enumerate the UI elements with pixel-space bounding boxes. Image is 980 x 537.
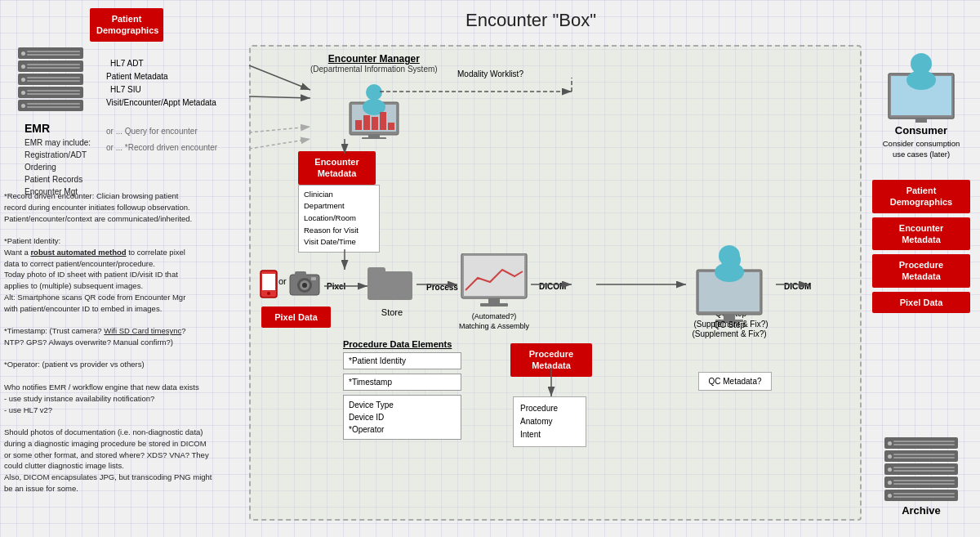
svg-rect-15 — [295, 271, 306, 278]
or-record-label: or ... *Record driven encounter — [106, 143, 217, 152]
proc-data-item-1: *Patient Identity — [343, 352, 461, 369]
dicom-label-1: DICOM — [539, 282, 566, 291]
svg-point-18 — [302, 283, 307, 288]
proc-data-title: Procedure Data Elements — [343, 339, 461, 349]
encounter-manager-icon — [345, 78, 403, 139]
monitor-icon-area: (Automated?)Matching & Assembly — [457, 253, 531, 331]
right-encounter-meta: EncounterMetadata — [872, 217, 970, 251]
procedure-metadata-redbox: ProcedureMetadata — [510, 343, 592, 377]
hl7-adt-label: HL7 ADT — [110, 59, 144, 68]
procedure-anatomy-line3: Intent — [520, 430, 541, 439]
svg-point-13 — [267, 292, 270, 295]
patient-demographics-topleft: PatientDemographics — [90, 8, 163, 42]
svg-rect-12 — [262, 274, 275, 290]
svg-rect-8 — [372, 117, 378, 130]
pixel-data-box: Pixel Data — [261, 307, 331, 328]
folder-store-icon: Store — [368, 263, 416, 317]
patient-demo-topleft-box: PatientDemographics — [90, 8, 163, 42]
pixel-data-redbox: Pixel Data — [261, 307, 331, 328]
procedure-anatomy-line2: Anatomy — [520, 417, 552, 426]
svg-point-34 — [715, 262, 744, 282]
svg-rect-9 — [380, 112, 386, 130]
consumer-label: Consumer — [872, 124, 970, 136]
right-procedure-meta: ProcedureMetadata — [872, 254, 970, 288]
emr-notes: *Record driven encounter: Clician browsi… — [4, 184, 237, 494]
consumer-area: Consumer Consider consumptionuse cases (… — [872, 49, 970, 160]
svg-rect-6 — [355, 120, 362, 130]
encounter-manager: Encounter Manager (Departmental Informat… — [310, 53, 438, 139]
mobile-icon-area — [260, 270, 278, 300]
pixel-flow-label: Pixel — [327, 282, 345, 291]
proc-data-item-3: Device TypeDevice ID*Operator — [343, 395, 461, 440]
or-query-label: or ... Query for encounter — [106, 127, 198, 136]
svg-rect-20 — [368, 271, 412, 300]
qc-step-text: QC Step(Supplement & Fix?) — [684, 320, 774, 338]
procedure-metadata-center: ProcedureMetadata — [510, 343, 592, 377]
automated-matching-label: (Automated?)Matching & Assembly — [457, 312, 531, 331]
process-label: Process — [426, 283, 458, 292]
svg-point-4 — [366, 84, 382, 101]
procedure-data-elements: Procedure Data Elements *Patient Identit… — [343, 339, 461, 444]
main-title: Encounter "Box" — [286, 10, 776, 31]
camera-icon-area — [288, 268, 321, 298]
right-legend: PatientDemographics EncounterMetadata Pr… — [872, 180, 970, 313]
procedure-anatomy-line1: Procedure — [520, 404, 558, 413]
encounter-manager-subtitle: (Departmental Information System) — [310, 65, 438, 74]
emr-server-stack — [18, 47, 83, 113]
dicom-label-2: DICOM — [784, 282, 811, 291]
right-patient-demo: PatientDemographics — [872, 180, 970, 213]
svg-point-40 — [906, 70, 936, 90]
svg-rect-19 — [311, 277, 316, 280]
encounter-metadata-section: EncounterMetadata Clinician Department L… — [298, 151, 380, 253]
qc-person-monitor: QC Step(Supplement & Fix?) — [684, 241, 774, 338]
visit-metadata-label: Visit/Encounter/Appt Metadata — [106, 98, 216, 107]
svg-rect-25 — [480, 303, 508, 307]
encounter-metadata-fields: Clinician Department Location/Room Reaso… — [298, 185, 380, 253]
patient-metadata-label: Patient Metadata — [106, 72, 168, 81]
or-label: or — [278, 276, 287, 286]
svg-rect-7 — [363, 115, 370, 130]
archive-area: Archive — [872, 437, 970, 517]
archive-label: Archive — [872, 504, 970, 517]
svg-rect-3 — [362, 137, 386, 139]
store-label: Store — [368, 307, 416, 317]
svg-rect-21 — [368, 267, 385, 275]
qc-metadata-box: QC Metadata? — [698, 372, 772, 391]
encounter-metadata-redbox: EncounterMetadata — [298, 151, 376, 185]
modality-worklist-label: Modality Worklist? — [457, 69, 523, 78]
right-pixel-data: Pixel Data — [872, 292, 970, 313]
svg-rect-37 — [915, 119, 927, 123]
consumer-note: Consider consumptionuse cases (later) — [872, 138, 970, 160]
encounter-manager-title: Encounter Manager — [310, 53, 438, 65]
hl7-siu-label: HL7 SIU — [110, 85, 141, 94]
svg-rect-10 — [388, 123, 394, 130]
procedure-anatomy-intent-box: Procedure Anatomy Intent — [513, 396, 586, 447]
proc-data-item-2: *Timestamp — [343, 374, 461, 391]
